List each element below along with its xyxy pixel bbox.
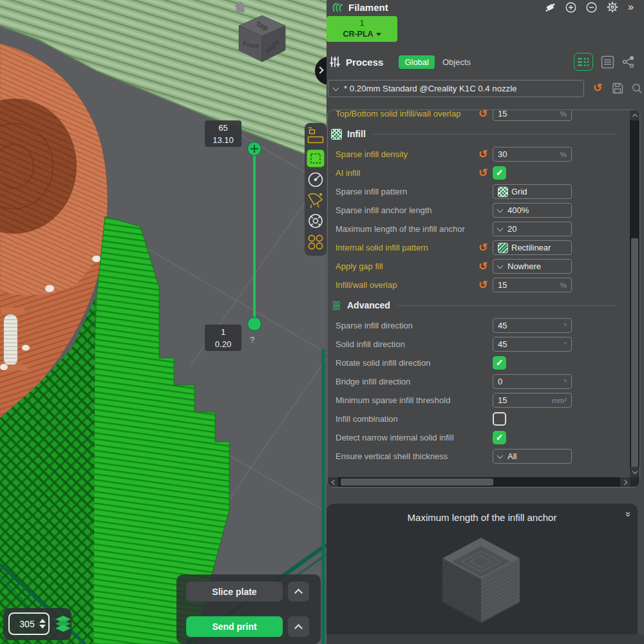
gear-icon[interactable] — [607, 1, 618, 13]
value-input[interactable]: 30% — [493, 147, 572, 162]
tab-objects[interactable]: Objects — [442, 57, 471, 67]
setting-label: Infill combination — [336, 414, 478, 424]
layer-number-value[interactable]: 305 — [15, 619, 39, 629]
layer-slider-lower-handle[interactable] — [247, 317, 261, 331]
layer-number-input[interactable]: 305 — [8, 612, 50, 635]
section-atom-icon — [331, 300, 342, 311]
slider-help-button[interactable]: ? — [250, 335, 254, 345]
slice-plate-button[interactable]: Slice plate — [186, 582, 283, 601]
horizontal-scrollbar[interactable] — [328, 477, 630, 487]
settings-row: Detect narrow internal solid infill✓ — [328, 428, 629, 447]
section-title: Infill — [347, 129, 366, 139]
value-input[interactable]: 0° — [493, 374, 572, 389]
value-input[interactable]: 15mm² — [493, 393, 572, 408]
search-icon[interactable] — [631, 82, 643, 97]
setting-label: Rotate solid infill direction — [336, 358, 478, 368]
scene-3d — [0, 0, 327, 644]
pattern-dropdown[interactable]: Grid — [493, 184, 572, 199]
paint-icon[interactable] — [544, 2, 556, 12]
share-nodes-icon[interactable] — [622, 55, 635, 68]
horizontal-scroll-track[interactable] — [338, 477, 620, 487]
dropdown[interactable]: 400% — [493, 203, 572, 218]
vertical-scrollbar[interactable] — [630, 110, 639, 477]
unit-label: ° — [564, 378, 567, 386]
settings-scroll-area[interactable]: Top/Bottom solid infill/wall overlap15%I… — [327, 109, 640, 488]
collapse-down-chevrons-icon[interactable] — [623, 511, 634, 516]
chevron-down-icon — [333, 84, 339, 91]
checkbox[interactable]: ✓ — [493, 356, 506, 370]
preview-toolbar — [305, 123, 327, 256]
settings-row: Solid infill direction45° — [328, 335, 629, 354]
dashed-square-icon[interactable] — [307, 150, 325, 167]
value-input[interactable]: 45° — [493, 337, 572, 352]
stepper-up-icon[interactable] — [39, 619, 46, 623]
reset-icon[interactable] — [478, 109, 493, 119]
vertical-scroll-track[interactable] — [630, 120, 639, 467]
section-header-infill: Infill — [328, 123, 629, 145]
dropdown[interactable]: Nowhere — [493, 259, 572, 274]
value-input[interactable]: 15% — [493, 109, 572, 121]
stepper-down-icon[interactable] — [39, 625, 46, 629]
preset-dropdown[interactable]: * 0.20mm Standard @Creality K1C 0.4 nozz… — [328, 80, 584, 97]
setting-label: Sparse infill direction — [336, 321, 478, 330]
chevron-up-icon — [294, 589, 303, 597]
home-icon[interactable] — [234, 1, 247, 12]
chevron-down-icon — [497, 206, 504, 213]
scrollbar-corner — [630, 477, 640, 487]
layer-stepper[interactable] — [39, 619, 46, 629]
reset-slot — [478, 242, 493, 253]
reset-icon[interactable] — [478, 242, 493, 253]
nav-cube[interactable]: Top Front Right — [236, 13, 290, 67]
settings-row: Sparse infill patternGrid — [328, 182, 629, 201]
scroll-left-button[interactable] — [328, 477, 338, 487]
scroll-down-button[interactable] — [630, 467, 639, 477]
filament-title: Filament — [348, 2, 388, 13]
plus-circle-icon[interactable] — [565, 2, 576, 13]
pattern-dropdown[interactable]: Rectilinear — [493, 240, 572, 255]
scroll-up-button[interactable] — [630, 110, 639, 120]
layer-slider-track[interactable] — [253, 148, 256, 324]
reset-icon[interactable] — [478, 279, 493, 290]
dropdown-value: 400% — [507, 205, 567, 215]
checkbox[interactable] — [493, 412, 506, 426]
vertical-scroll-thumb[interactable] — [631, 238, 638, 467]
save-icon[interactable] — [612, 82, 623, 97]
horizontal-scroll-thumb[interactable] — [341, 478, 493, 486]
setting-label: Detect narrow internal solid infill — [336, 433, 478, 442]
send-print-button[interactable]: Send print — [186, 616, 283, 637]
layer-slider-upper-handle[interactable] — [247, 142, 261, 156]
table-view-icon[interactable] — [601, 55, 614, 69]
settings-list-icon[interactable] — [574, 53, 593, 71]
unit-label: ° — [564, 341, 567, 348]
settings-row: AI infill✓ — [328, 164, 629, 182]
slice-options-button[interactable] — [288, 582, 309, 601]
layer-slider-lower-tooltip: 1 0.20 — [205, 325, 242, 351]
scroll-right-button[interactable] — [620, 477, 630, 487]
collapse-chevrons-icon[interactable] — [628, 2, 634, 12]
process-header: Process Global Objects — [329, 53, 635, 71]
tab-global[interactable]: Global — [399, 55, 435, 69]
settings-row: Sparse infill density30% — [328, 145, 629, 164]
setting-label: Top/Bottom solid infill/wall overlap — [336, 109, 478, 118]
setting-label: Ensure vertical shell thickness — [336, 451, 478, 461]
viewport-3d[interactable]: Top Front Right — [0, 0, 327, 644]
dropdown[interactable]: 20 — [493, 222, 572, 236]
value-input[interactable]: 15% — [493, 278, 572, 292]
input-value: 45 — [498, 321, 564, 330]
checkbox[interactable]: ✓ — [493, 431, 506, 444]
settings-row: Rotate solid infill direction✓ — [328, 354, 629, 372]
reset-icon[interactable] — [478, 167, 493, 178]
settings-row: Infill/wall overlap15% — [328, 276, 629, 294]
send-options-button[interactable] — [288, 616, 309, 637]
layers-stack-icon[interactable] — [55, 616, 71, 633]
value-input[interactable]: 45° — [493, 318, 572, 333]
panel-collapse-handle[interactable] — [315, 57, 327, 85]
checkbox[interactable]: ✓ — [493, 166, 506, 180]
dropdown-value: Rectilinear — [511, 243, 567, 252]
minus-circle-icon[interactable] — [586, 2, 597, 13]
reset-icon[interactable] — [478, 261, 493, 272]
reset-icon[interactable] — [478, 149, 493, 160]
filament-slot-chip[interactable]: 1 CR-PLA — [327, 16, 397, 42]
dropdown[interactable]: All — [493, 449, 572, 464]
undo-icon[interactable] — [593, 82, 602, 93]
